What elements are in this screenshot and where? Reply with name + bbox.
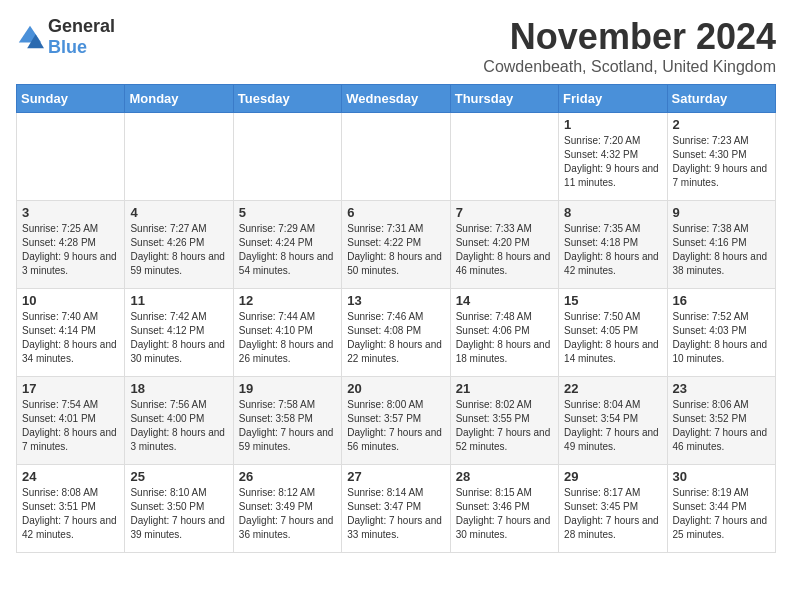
day-number: 14 [456,293,553,308]
daylight-text: Daylight: 8 hours and 59 minutes. [130,251,225,276]
sunrise-text: Sunrise: 8:14 AM [347,487,423,498]
sunset-text: Sunset: 4:12 PM [130,325,204,336]
calendar-cell-w4d1: 17 Sunrise: 7:54 AM Sunset: 4:01 PM Dayl… [17,377,125,465]
daylight-text: Daylight: 7 hours and 33 minutes. [347,515,442,540]
sunrise-text: Sunrise: 7:54 AM [22,399,98,410]
day-number: 18 [130,381,227,396]
day-info: Sunrise: 7:38 AM Sunset: 4:16 PM Dayligh… [673,222,770,278]
logo-icon [16,23,44,51]
calendar-cell-w5d6: 29 Sunrise: 8:17 AM Sunset: 3:45 PM Dayl… [559,465,667,553]
location-subtitle: Cowdenbeath, Scotland, United Kingdom [483,58,776,76]
day-info: Sunrise: 7:52 AM Sunset: 4:03 PM Dayligh… [673,310,770,366]
day-info: Sunrise: 7:54 AM Sunset: 4:01 PM Dayligh… [22,398,119,454]
day-info: Sunrise: 7:40 AM Sunset: 4:14 PM Dayligh… [22,310,119,366]
sunrise-text: Sunrise: 8:12 AM [239,487,315,498]
day-number: 29 [564,469,661,484]
calendar-cell-w4d7: 23 Sunrise: 8:06 AM Sunset: 3:52 PM Dayl… [667,377,775,465]
calendar-cell-w2d3: 5 Sunrise: 7:29 AM Sunset: 4:24 PM Dayli… [233,201,341,289]
daylight-text: Daylight: 8 hours and 22 minutes. [347,339,442,364]
daylight-text: Daylight: 8 hours and 7 minutes. [22,427,117,452]
calendar-cell-w2d2: 4 Sunrise: 7:27 AM Sunset: 4:26 PM Dayli… [125,201,233,289]
daylight-text: Daylight: 7 hours and 30 minutes. [456,515,551,540]
sunrise-text: Sunrise: 8:08 AM [22,487,98,498]
day-info: Sunrise: 7:46 AM Sunset: 4:08 PM Dayligh… [347,310,444,366]
calendar-cell-w3d2: 11 Sunrise: 7:42 AM Sunset: 4:12 PM Dayl… [125,289,233,377]
day-number: 11 [130,293,227,308]
sunrise-text: Sunrise: 7:50 AM [564,311,640,322]
title-area: November 2024 Cowdenbeath, Scotland, Uni… [483,16,776,76]
day-info: Sunrise: 8:15 AM Sunset: 3:46 PM Dayligh… [456,486,553,542]
daylight-text: Daylight: 8 hours and 30 minutes. [130,339,225,364]
calendar-cell-w5d7: 30 Sunrise: 8:19 AM Sunset: 3:44 PM Dayl… [667,465,775,553]
calendar-cell-w3d5: 14 Sunrise: 7:48 AM Sunset: 4:06 PM Dayl… [450,289,558,377]
daylight-text: Daylight: 9 hours and 7 minutes. [673,163,768,188]
daylight-text: Daylight: 8 hours and 3 minutes. [130,427,225,452]
calendar-cell-w4d6: 22 Sunrise: 8:04 AM Sunset: 3:54 PM Dayl… [559,377,667,465]
calendar-cell-w4d5: 21 Sunrise: 8:02 AM Sunset: 3:55 PM Dayl… [450,377,558,465]
calendar-cell-w1d2 [125,113,233,201]
calendar-cell-w2d4: 6 Sunrise: 7:31 AM Sunset: 4:22 PM Dayli… [342,201,450,289]
day-info: Sunrise: 7:56 AM Sunset: 4:00 PM Dayligh… [130,398,227,454]
daylight-text: Daylight: 7 hours and 59 minutes. [239,427,334,452]
sunset-text: Sunset: 4:14 PM [22,325,96,336]
daylight-text: Daylight: 8 hours and 50 minutes. [347,251,442,276]
sunset-text: Sunset: 3:44 PM [673,501,747,512]
daylight-text: Daylight: 8 hours and 26 minutes. [239,339,334,364]
calendar-cell-w2d6: 8 Sunrise: 7:35 AM Sunset: 4:18 PM Dayli… [559,201,667,289]
sunset-text: Sunset: 4:16 PM [673,237,747,248]
day-number: 20 [347,381,444,396]
header-row: Sunday Monday Tuesday Wednesday Thursday… [17,85,776,113]
calendar-cell-w1d4 [342,113,450,201]
sunrise-text: Sunrise: 7:56 AM [130,399,206,410]
logo-blue: Blue [48,37,87,57]
day-info: Sunrise: 7:48 AM Sunset: 4:06 PM Dayligh… [456,310,553,366]
day-number: 22 [564,381,661,396]
sunset-text: Sunset: 4:01 PM [22,413,96,424]
day-number: 12 [239,293,336,308]
day-info: Sunrise: 8:12 AM Sunset: 3:49 PM Dayligh… [239,486,336,542]
day-info: Sunrise: 7:50 AM Sunset: 4:05 PM Dayligh… [564,310,661,366]
day-info: Sunrise: 7:58 AM Sunset: 3:58 PM Dayligh… [239,398,336,454]
sunrise-text: Sunrise: 8:02 AM [456,399,532,410]
sunrise-text: Sunrise: 7:48 AM [456,311,532,322]
day-number: 9 [673,205,770,220]
calendar-cell-w3d7: 16 Sunrise: 7:52 AM Sunset: 4:03 PM Dayl… [667,289,775,377]
calendar-cell-w5d1: 24 Sunrise: 8:08 AM Sunset: 3:51 PM Dayl… [17,465,125,553]
logo-general: General [48,16,115,36]
daylight-text: Daylight: 9 hours and 3 minutes. [22,251,117,276]
daylight-text: Daylight: 7 hours and 39 minutes. [130,515,225,540]
calendar-cell-w5d2: 25 Sunrise: 8:10 AM Sunset: 3:50 PM Dayl… [125,465,233,553]
sunset-text: Sunset: 4:05 PM [564,325,638,336]
calendar-cell-w2d1: 3 Sunrise: 7:25 AM Sunset: 4:28 PM Dayli… [17,201,125,289]
daylight-text: Daylight: 8 hours and 46 minutes. [456,251,551,276]
day-info: Sunrise: 8:06 AM Sunset: 3:52 PM Dayligh… [673,398,770,454]
day-number: 5 [239,205,336,220]
calendar-cell-w2d5: 7 Sunrise: 7:33 AM Sunset: 4:20 PM Dayli… [450,201,558,289]
day-info: Sunrise: 7:33 AM Sunset: 4:20 PM Dayligh… [456,222,553,278]
sunset-text: Sunset: 3:47 PM [347,501,421,512]
sunset-text: Sunset: 4:03 PM [673,325,747,336]
sunset-text: Sunset: 4:10 PM [239,325,313,336]
day-number: 24 [22,469,119,484]
sunrise-text: Sunrise: 7:23 AM [673,135,749,146]
sunset-text: Sunset: 3:50 PM [130,501,204,512]
calendar-cell-w4d3: 19 Sunrise: 7:58 AM Sunset: 3:58 PM Dayl… [233,377,341,465]
calendar-week-1: 1 Sunrise: 7:20 AM Sunset: 4:32 PM Dayli… [17,113,776,201]
day-number: 28 [456,469,553,484]
sunset-text: Sunset: 4:22 PM [347,237,421,248]
sunrise-text: Sunrise: 7:38 AM [673,223,749,234]
calendar-table: Sunday Monday Tuesday Wednesday Thursday… [16,84,776,553]
day-info: Sunrise: 8:08 AM Sunset: 3:51 PM Dayligh… [22,486,119,542]
sunrise-text: Sunrise: 7:29 AM [239,223,315,234]
day-number: 13 [347,293,444,308]
daylight-text: Daylight: 7 hours and 46 minutes. [673,427,768,452]
sunrise-text: Sunrise: 7:20 AM [564,135,640,146]
day-info: Sunrise: 7:23 AM Sunset: 4:30 PM Dayligh… [673,134,770,190]
sunset-text: Sunset: 3:49 PM [239,501,313,512]
sunset-text: Sunset: 4:08 PM [347,325,421,336]
header-tuesday: Tuesday [233,85,341,113]
calendar-cell-w1d6: 1 Sunrise: 7:20 AM Sunset: 4:32 PM Dayli… [559,113,667,201]
day-info: Sunrise: 7:44 AM Sunset: 4:10 PM Dayligh… [239,310,336,366]
calendar-cell-w1d3 [233,113,341,201]
day-info: Sunrise: 8:00 AM Sunset: 3:57 PM Dayligh… [347,398,444,454]
